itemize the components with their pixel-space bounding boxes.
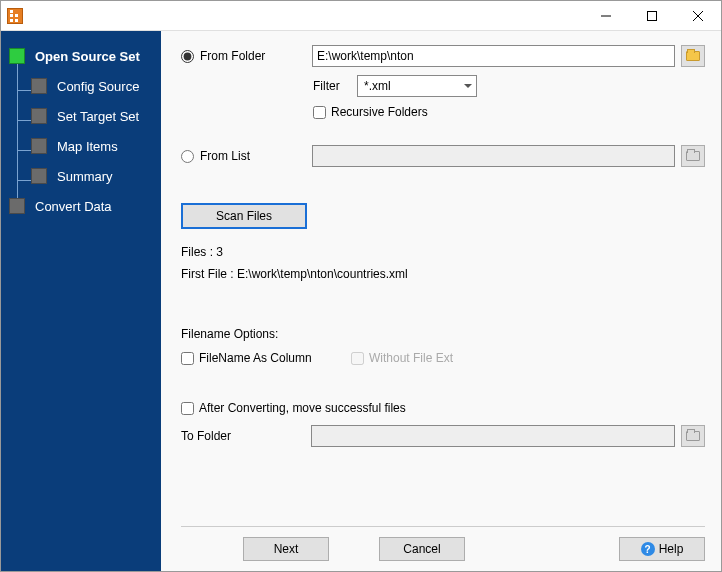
help-label: Help (659, 542, 684, 556)
nav-set-target-set[interactable]: Set Target Set (9, 101, 161, 131)
window-controls (583, 1, 721, 30)
nav-label: Config Source (57, 79, 139, 94)
from-list-label: From List (200, 149, 312, 163)
from-list-radio[interactable] (181, 150, 194, 163)
nav-label: Open Source Set (35, 49, 140, 64)
browse-to-folder-button[interactable] (681, 425, 705, 447)
step-indicator-icon (31, 168, 47, 184)
filter-label: Filter (313, 79, 357, 93)
step-indicator-icon (31, 108, 47, 124)
titlebar (1, 1, 721, 31)
help-button[interactable]: ? Help (619, 537, 705, 561)
folder-path-input[interactable] (312, 45, 675, 67)
chevron-down-icon (464, 84, 472, 88)
folder-icon (686, 431, 700, 441)
first-file-label: First File : E:\work\temp\nton\countries… (181, 267, 705, 281)
step-indicator-icon (31, 78, 47, 94)
after-move-checkbox[interactable] (181, 402, 194, 415)
nav-open-source-set[interactable]: Open Source Set (9, 41, 161, 71)
without-ext-checkbox (351, 352, 364, 365)
nav-label: Map Items (57, 139, 118, 154)
filename-as-column-label: FileName As Column (199, 351, 312, 365)
scan-files-button[interactable]: Scan Files (181, 203, 307, 229)
minimize-button[interactable] (583, 1, 629, 30)
cancel-button[interactable]: Cancel (379, 537, 465, 561)
filter-value: *.xml (364, 79, 391, 93)
browse-list-button[interactable] (681, 145, 705, 167)
maximize-button[interactable] (629, 1, 675, 30)
nav-summary[interactable]: Summary (9, 161, 161, 191)
filename-options-heading: Filename Options: (181, 327, 705, 341)
wizard-sidebar: Open Source Set Config Source Set Target… (1, 31, 161, 571)
nav-label: Summary (57, 169, 113, 184)
close-button[interactable] (675, 1, 721, 30)
nav-convert-data[interactable]: Convert Data (9, 191, 161, 221)
svg-rect-1 (648, 11, 657, 20)
step-indicator-icon (31, 138, 47, 154)
footer: Next Cancel ? Help (181, 526, 705, 561)
to-folder-label: To Folder (181, 429, 311, 443)
step-indicator-icon (9, 48, 25, 64)
to-folder-input[interactable] (311, 425, 675, 447)
without-ext-label: Without File Ext (369, 351, 453, 365)
filter-select[interactable]: *.xml (357, 75, 477, 97)
folder-icon (686, 51, 700, 61)
from-folder-label: From Folder (200, 49, 312, 63)
files-count-label: Files : 3 (181, 245, 705, 259)
help-icon: ? (641, 542, 655, 556)
nav-label: Set Target Set (57, 109, 139, 124)
filename-as-column-checkbox[interactable] (181, 352, 194, 365)
from-folder-radio[interactable] (181, 50, 194, 63)
after-move-label: After Converting, move successful files (199, 401, 406, 415)
document-icon (686, 151, 700, 161)
recursive-label: Recursive Folders (331, 105, 428, 119)
step-indicator-icon (9, 198, 25, 214)
app-icon (7, 8, 23, 24)
list-path-input[interactable] (312, 145, 675, 167)
next-button[interactable]: Next (243, 537, 329, 561)
content-panel: From Folder Filter *.xml Recursive Folde… (161, 31, 721, 571)
browse-folder-button[interactable] (681, 45, 705, 67)
nav-map-items[interactable]: Map Items (9, 131, 161, 161)
nav-config-source[interactable]: Config Source (9, 71, 161, 101)
recursive-checkbox[interactable] (313, 106, 326, 119)
nav-label: Convert Data (35, 199, 112, 214)
